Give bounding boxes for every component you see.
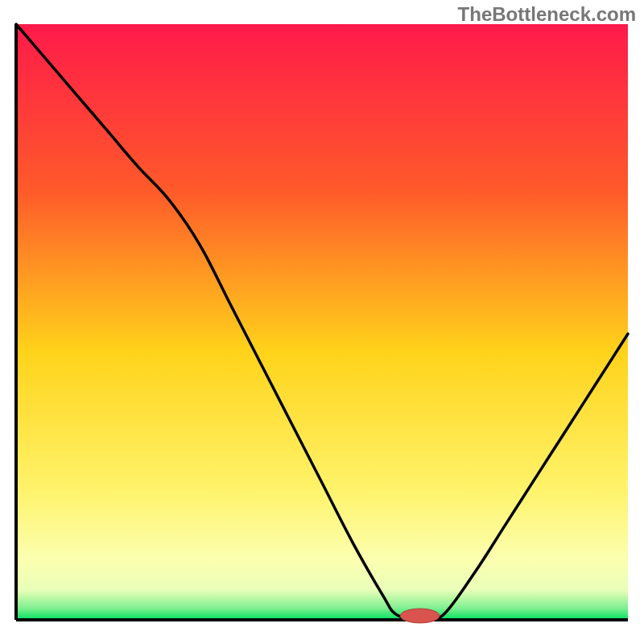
optimal-marker	[400, 609, 440, 623]
plot-background	[16, 24, 628, 620]
plot-svg	[0, 0, 644, 644]
watermark-text: TheBottleneck.com	[458, 3, 636, 26]
bottleneck-chart: TheBottleneck.com	[0, 0, 644, 644]
